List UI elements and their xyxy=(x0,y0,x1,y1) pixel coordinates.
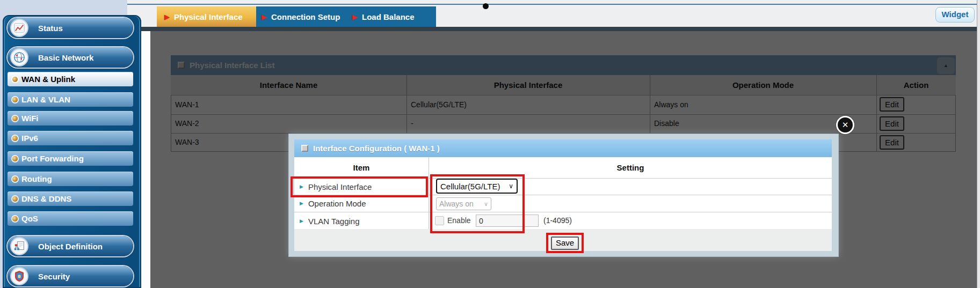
modal-row-divider xyxy=(294,212,832,212)
sidebar-item-port-forwarding[interactable]: Port Forwarding xyxy=(8,151,133,166)
sidebar-item-label: QoS xyxy=(21,214,38,223)
sidebar-item-ipv6[interactable]: IPv6 xyxy=(8,131,133,145)
bullet-dot-icon xyxy=(12,116,18,121)
highlight-box-save xyxy=(546,233,584,253)
sidebar-item-wifi[interactable]: WiFi xyxy=(8,111,133,125)
sidebar-item-label: LAN & VLAN xyxy=(21,95,70,104)
item-bullet-icon: ▶ xyxy=(300,201,303,206)
globe-icon xyxy=(10,48,28,67)
tab-arrow-icon: ▶ xyxy=(164,13,170,21)
object-definition-icon xyxy=(10,237,28,255)
bullet-dot-icon xyxy=(12,156,18,161)
sidebar-item-routing[interactable]: Routing xyxy=(8,172,133,186)
sidebar-item-basic-network[interactable]: Basic Network xyxy=(8,47,133,68)
tab-physical-interface[interactable]: ▶ Physical Interface xyxy=(157,6,256,27)
sidebar-item-label: Port Forwarding xyxy=(21,154,84,163)
widget-button[interactable]: Widget xyxy=(935,7,975,23)
modal-column-divider xyxy=(429,157,429,229)
top-divider-line xyxy=(127,4,977,5)
tab-label: Physical Interface xyxy=(174,12,243,21)
sidebar-item-label: IPv6 xyxy=(21,134,38,143)
sidebar-item-label: Basic Network xyxy=(38,53,93,62)
sidebar-item-label: Object Definition xyxy=(38,242,103,251)
tab-arrow-icon: ▶ xyxy=(352,13,358,21)
tab-label: Connection Setup xyxy=(271,12,340,21)
sidebar-item-lan-vlan[interactable]: LAN & VLAN xyxy=(8,92,133,107)
black-dot-marker xyxy=(483,3,489,9)
sidebar-item-dns-ddns[interactable]: DNS & DDNS xyxy=(8,191,133,206)
tab-arrow-icon: ▶ xyxy=(262,13,267,21)
vlan-range-hint: (1-4095) xyxy=(543,216,572,225)
security-shield-icon xyxy=(10,267,28,285)
panel-square-icon xyxy=(301,145,308,152)
modal-row-label-operation-mode: ▶ Operation Mode xyxy=(300,195,366,211)
scrollbar[interactable] xyxy=(977,0,980,288)
modal-title-bar: Interface Configuration ( WAN-1 ) xyxy=(294,139,832,157)
sidebar-item-label: WiFi xyxy=(21,114,39,123)
close-icon[interactable]: ✕ xyxy=(836,116,854,134)
sidebar-item-security[interactable]: Security xyxy=(8,266,133,286)
sidebar-item-wan-uplink[interactable]: WAN & Uplink xyxy=(8,72,133,86)
tab-underline-bar xyxy=(127,27,977,31)
sidebar-item-label: Security xyxy=(38,272,70,281)
bullet-dot-icon xyxy=(12,196,18,202)
tab-connection-setup[interactable]: ▶ Connection Setup xyxy=(256,6,349,27)
tab-load-balance[interactable]: ▶ Load Balance xyxy=(349,6,436,27)
modal-column-item: Item xyxy=(294,157,429,178)
modal-row-label-vlan-tagging: ▶ VLAN Tagging xyxy=(300,213,360,229)
status-chart-icon xyxy=(10,19,28,37)
tab-label: Load Balance xyxy=(362,12,415,21)
sidebar-item-label: DNS & DDNS xyxy=(21,194,71,203)
sidebar-item-object-definition[interactable]: Object Definition xyxy=(8,236,133,256)
bullet-dot-icon xyxy=(12,77,18,82)
sidebar-item-label: Routing xyxy=(21,174,52,183)
router-admin-page: ▶ Physical Interface ▶ Connection Setup … xyxy=(0,0,980,288)
item-bullet-icon: ▶ xyxy=(300,218,303,224)
modal-title: Interface Configuration ( WAN-1 ) xyxy=(313,144,440,153)
bullet-dot-icon xyxy=(12,216,18,221)
bullet-dot-icon xyxy=(12,97,18,102)
bullet-dot-icon xyxy=(12,176,18,182)
highlight-box-physical-interface xyxy=(291,176,428,197)
sidebar-item-label: WAN & Uplink xyxy=(21,75,75,84)
bullet-dot-icon xyxy=(12,136,18,141)
highlight-box-setting-controls xyxy=(430,174,525,233)
sidebar-item-status[interactable]: Status xyxy=(8,18,133,38)
sidebar-item-qos[interactable]: QoS xyxy=(8,211,133,226)
sidebar-item-label: Status xyxy=(38,24,63,33)
